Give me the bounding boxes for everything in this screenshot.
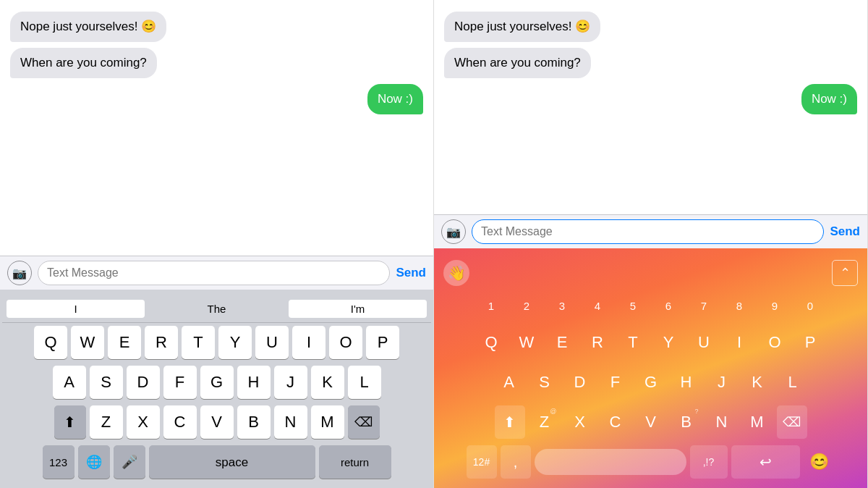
return-key[interactable]: return <box>319 445 391 479</box>
key-p-r[interactable]: P <box>794 326 826 359</box>
key-n[interactable]: N <box>274 405 307 439</box>
input-bar-left: 📷 Send <box>0 256 433 290</box>
key-w-r[interactable]: W <box>511 326 542 359</box>
key-v[interactable]: V <box>200 405 234 439</box>
camera-button[interactable]: 📷 <box>7 261 32 285</box>
message-bubble: Nope just yourselves! 😊 <box>444 12 600 42</box>
key-i-r[interactable]: I <box>723 326 755 359</box>
key-d-r[interactable]: D <box>564 366 596 399</box>
space-key-right[interactable] <box>535 449 686 475</box>
key-s[interactable]: S <box>90 366 123 399</box>
key-e[interactable]: E <box>108 326 141 359</box>
key-l-r[interactable]: L <box>777 366 809 399</box>
send-button-left[interactable]: Send <box>396 266 426 280</box>
punctuation-key-right[interactable]: ,!? <box>690 445 728 479</box>
key-f[interactable]: F <box>163 366 197 399</box>
suggestion-item[interactable]: I <box>7 300 145 318</box>
key-1[interactable]: 1 <box>475 289 507 322</box>
key-r-r[interactable]: R <box>582 326 613 359</box>
key-j-r[interactable]: J <box>706 366 738 399</box>
message-bubble: When are you coming? <box>444 48 591 78</box>
key-a-r[interactable]: A <box>493 366 525 399</box>
key-u-r[interactable]: U <box>688 326 720 359</box>
key-x-r[interactable]: X <box>564 405 596 439</box>
key-p[interactable]: P <box>366 326 399 359</box>
key-h-r[interactable]: H <box>671 366 702 399</box>
return-key-right[interactable]: ↩ <box>731 445 800 479</box>
key-n-r[interactable]: N <box>706 405 738 439</box>
key-x[interactable]: X <box>127 405 160 439</box>
key-q[interactable]: Q <box>34 326 67 359</box>
key-8[interactable]: 8 <box>723 289 755 322</box>
key-h[interactable]: H <box>237 366 271 399</box>
key-m[interactable]: M <box>311 405 344 439</box>
shift-key-right[interactable]: ⬆ <box>495 405 525 439</box>
hand-wave-icon: 👋 <box>448 264 466 282</box>
text-input-right[interactable] <box>472 219 824 244</box>
key-0[interactable]: 0 <box>794 289 826 322</box>
key-d[interactable]: D <box>127 366 160 399</box>
key-row-3: ⬆ Z X C V B N M ⌫ <box>2 405 431 439</box>
space-key[interactable]: space <box>149 445 315 479</box>
key-4[interactable]: 4 <box>582 289 613 322</box>
key-row-r1: Q W E R T Y U I O P <box>436 326 865 359</box>
key-y-r[interactable]: Y <box>652 326 684 359</box>
messages-left: Nope just yourselves! 😊 When are you com… <box>0 0 433 256</box>
key-row-bottom: 123 🌐 🎤 space return <box>2 445 431 479</box>
key-a[interactable]: A <box>53 366 86 399</box>
key-s-r[interactable]: S <box>529 366 561 399</box>
comma-key-right[interactable]: , <box>501 445 531 479</box>
key-5[interactable]: 5 <box>617 289 649 322</box>
hide-keyboard-button[interactable]: ⌃ <box>832 260 858 286</box>
key-3[interactable]: 3 <box>546 289 578 322</box>
suggestion-item[interactable]: I'm <box>289 300 427 318</box>
key-q-r[interactable]: Q <box>475 326 507 359</box>
key-b-r[interactable]: B? <box>671 405 702 439</box>
suggestions-bar: I The I'm <box>2 295 431 323</box>
backspace-key[interactable]: ⌫ <box>348 405 380 439</box>
key-f-r[interactable]: F <box>600 366 631 399</box>
key-o[interactable]: O <box>329 326 362 359</box>
key-b[interactable]: B <box>237 405 271 439</box>
key-w[interactable]: W <box>71 326 104 359</box>
suggestion-item[interactable]: The <box>148 300 286 318</box>
key-c[interactable]: C <box>163 405 197 439</box>
key-2[interactable]: 2 <box>511 289 542 322</box>
shift-key[interactable]: ⬆ <box>54 405 86 439</box>
key-i[interactable]: I <box>292 326 326 359</box>
key-t[interactable]: T <box>182 326 215 359</box>
key-7[interactable]: 7 <box>688 289 720 322</box>
key-e-r[interactable]: E <box>546 326 578 359</box>
key-g[interactable]: G <box>200 366 234 399</box>
backspace-key-right[interactable]: ⌫ <box>777 405 807 439</box>
keyboard-top-bar: 👋 ⌃ <box>436 254 865 289</box>
key-c-r[interactable]: C <box>600 405 631 439</box>
key-o-r[interactable]: O <box>759 326 791 359</box>
key-z-r[interactable]: Z@ <box>529 405 561 439</box>
key-r[interactable]: R <box>145 326 178 359</box>
key-t-r[interactable]: T <box>617 326 649 359</box>
numbers-key-right[interactable]: 12# <box>467 445 497 479</box>
numbers-key[interactable]: 123 <box>43 445 75 479</box>
key-g-r[interactable]: G <box>635 366 667 399</box>
key-j[interactable]: J <box>274 366 307 399</box>
key-z[interactable]: Z <box>90 405 123 439</box>
key-9[interactable]: 9 <box>759 289 791 322</box>
key-y[interactable]: Y <box>218 326 252 359</box>
chevron-down-icon: ⌃ <box>840 265 851 281</box>
globe-key[interactable]: 🌐 <box>78 445 110 479</box>
key-m-r[interactable]: M <box>741 405 773 439</box>
camera-button-right[interactable]: 📷 <box>441 219 466 244</box>
key-row-r3: ⬆ Z@ X C V B? N M ⌫ <box>436 405 865 439</box>
key-k[interactable]: K <box>311 366 344 399</box>
key-6[interactable]: 6 <box>652 289 684 322</box>
mic-key[interactable]: 🎤 <box>114 445 145 479</box>
key-k-r[interactable]: K <box>741 366 773 399</box>
send-button-right[interactable]: Send <box>830 224 860 239</box>
text-input-left[interactable] <box>38 261 390 285</box>
emoji-key-right[interactable]: 😊 <box>804 445 835 479</box>
key-v-r[interactable]: V <box>635 405 667 439</box>
emoji-hand-button[interactable]: 👋 <box>443 260 469 286</box>
key-u[interactable]: U <box>255 326 289 359</box>
key-l[interactable]: L <box>348 366 381 399</box>
